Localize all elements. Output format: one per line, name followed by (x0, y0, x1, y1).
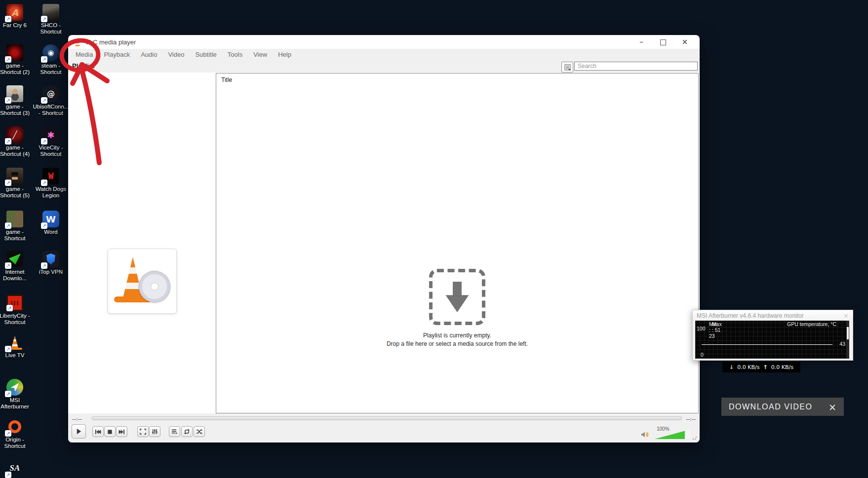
vlc-titlebar[interactable]: VLC media player – □ × (68, 35, 700, 49)
seek-slider[interactable] (92, 416, 682, 420)
axis-min-label: 0 (701, 352, 704, 358)
column-header-title[interactable]: Title (221, 76, 232, 83)
shortcut-arrow-icon: ↗ (6, 305, 13, 311)
menu-item-video[interactable]: Video (162, 49, 190, 61)
close-icon[interactable]: × (843, 312, 849, 319)
shortcut-arrow-icon: ↗ (41, 262, 47, 269)
playlist-view-mode-button[interactable] (561, 62, 573, 73)
portrait3-icon: ↗ (6, 85, 23, 102)
desktop-icon-label: MSI Afterburner (0, 397, 35, 410)
stop-icon (107, 429, 113, 435)
resize-grip[interactable] (692, 435, 697, 440)
empty-playlist-title: Playlist is currently empty. (309, 332, 605, 339)
minmax-label: Min : 23 Max : 51 (709, 321, 712, 327)
metric-label: GPU temperature, °C (787, 321, 836, 327)
shortcut-arrow-icon: ↗ (41, 138, 47, 145)
axis-max-label: 100 (697, 326, 706, 331)
playlist-table[interactable]: Title Playlist is currently empty. Drop … (216, 73, 699, 413)
vlc-cone-icon (74, 38, 81, 46)
next-button[interactable] (116, 426, 127, 437)
desktop-icon-origin[interactable]: ↗Origin - Shortcut (0, 418, 35, 449)
desktop-icon-label: game - Shortcut (5) (0, 186, 35, 199)
menu-item-subtitle[interactable]: Subtitle (190, 49, 222, 61)
sa-icon: SA↗ (6, 460, 23, 477)
search-input[interactable] (574, 62, 698, 71)
desktop-icon-wdl[interactable]: W↗Watch Dogs Legion (31, 168, 71, 199)
desktop-icon-steam[interactable]: ◉↗steam - Shortcut (31, 44, 71, 75)
afterburner-titlebar[interactable]: MSI Afterburner v4.6.4 hardware monitor … (693, 310, 853, 321)
download-arrow-icon (443, 282, 471, 312)
fullscreen-button[interactable] (137, 426, 149, 437)
desktop-icon-label: Origin - Shortcut (0, 437, 35, 449)
menu-item-media[interactable]: Media (70, 49, 98, 61)
list-view-icon (564, 64, 571, 71)
download-speed: 0.0 KB/s (737, 364, 759, 370)
extended-settings-button[interactable] (149, 426, 160, 437)
dragon-icon: ↗ (6, 44, 23, 61)
upload-arrow-icon: ↑ (763, 364, 768, 370)
desktop-icon-hat5[interactable]: ↗game - Shortcut (5) (0, 168, 35, 199)
scrollbar-thumb[interactable] (847, 327, 849, 339)
maximize-button[interactable]: □ (652, 35, 674, 49)
stop-button[interactable] (104, 426, 116, 437)
menu-item-view[interactable]: View (248, 49, 273, 61)
desktop-icon-shco[interactable]: ↗SHCO - Shortcut (31, 4, 71, 35)
desktop-icon-portrait3[interactable]: ↗game - Shortcut (3) (0, 85, 35, 116)
afterburner-panel: MSI Afterburner v4.6.4 hardware monitor … (692, 310, 853, 361)
shortcut-arrow-icon: ↗ (5, 222, 11, 229)
shortcut-arrow-icon: ↗ (5, 180, 11, 186)
desktop-icon-duo[interactable]: ↗game - Shortcut (0, 211, 35, 242)
drop-zone-icon (429, 269, 485, 325)
desktop-icon-label: iTop VPN (31, 269, 71, 275)
desktop-icon-idm[interactable]: ↗Internet Downlo... (0, 251, 35, 282)
desktop-icons: A↗Far Cry 6↗game - Shortcut (2)↗game - S… (0, 0, 72, 478)
shortcut-arrow-icon: ↗ (41, 222, 47, 229)
shortcut-arrow-icon: ↗ (5, 346, 11, 352)
empty-playlist-subtitle: Drop a file here or select a media sourc… (309, 340, 605, 348)
shortcut-arrow-icon: ↗ (5, 472, 11, 478)
play-button[interactable] (72, 424, 86, 439)
loop-button[interactable] (181, 426, 193, 437)
word-icon: W↗ (42, 211, 59, 227)
desktop-icon-vicecity[interactable]: ✱↗ViceCity - Shortcut (31, 126, 71, 157)
shortcut-arrow-icon: ↗ (41, 16, 47, 22)
shuffle-button[interactable] (194, 426, 205, 437)
minimize-button[interactable]: – (631, 35, 652, 49)
window-title: VLC media player (85, 38, 136, 46)
idm-icon: ↗ (6, 251, 23, 267)
desktop-icon-label: UbisoftConn... - Shortcut (31, 104, 71, 116)
volume-icon[interactable] (641, 431, 650, 440)
toggle-playlist-button[interactable] (169, 426, 180, 437)
download-video-label[interactable]: DOWNLOAD VIDEO (729, 403, 812, 411)
close-icon[interactable]: × (829, 402, 836, 412)
desktop-icon-label: game - Shortcut (0, 229, 35, 242)
shortcut-arrow-icon: ↗ (5, 16, 11, 22)
play-icon (75, 428, 82, 435)
desktop-icon-label: game - Shortcut (3) (0, 104, 35, 116)
steam-icon: ◉↗ (42, 44, 59, 61)
desktop-icon-label: Far Cry 6 (0, 22, 35, 29)
volume-percent-label: 100% (657, 426, 670, 432)
desktop-icon-itop[interactable]: ↗iTop VPN (31, 251, 71, 275)
desktop-icon-knife[interactable]: ╱↗game - Shortcut (4) (0, 126, 35, 157)
playlist-icon (171, 429, 178, 435)
desktop-icon-msi[interactable]: ↗MSI Afterburner (0, 379, 35, 410)
desktop-icon-liberty[interactable]: III↗LibertyCity - Shortcut (0, 294, 35, 326)
desktop-icon-vlccone[interactable]: ↗Live TV (0, 334, 35, 359)
desktop-icon-fc6[interactable]: A↗Far Cry 6 (0, 4, 35, 29)
menu-item-tools[interactable]: Tools (222, 49, 248, 61)
menu-item-audio[interactable]: Audio (135, 49, 162, 61)
desktop-icon-dragon[interactable]: ↗game - Shortcut (2) (0, 44, 35, 75)
desktop-icon-word[interactable]: W↗Word (31, 211, 71, 235)
menu-item-help[interactable]: Help (273, 49, 297, 61)
desktop-icon-ubisoft[interactable]: @↗UbisoftConn... - Shortcut (31, 85, 71, 116)
loop-icon (184, 429, 190, 435)
desktop-icon-sa[interactable]: SA↗ (0, 460, 35, 478)
close-button[interactable]: × (674, 35, 696, 49)
menu-item-playback[interactable]: Playback (98, 49, 135, 61)
shortcut-arrow-icon: ↗ (5, 56, 11, 63)
download-video-bar[interactable]: DOWNLOAD VIDEO × (721, 398, 844, 416)
album-art-placeholder (108, 249, 177, 314)
desktop-icon-label: Word (31, 229, 71, 235)
previous-button[interactable] (92, 426, 104, 437)
